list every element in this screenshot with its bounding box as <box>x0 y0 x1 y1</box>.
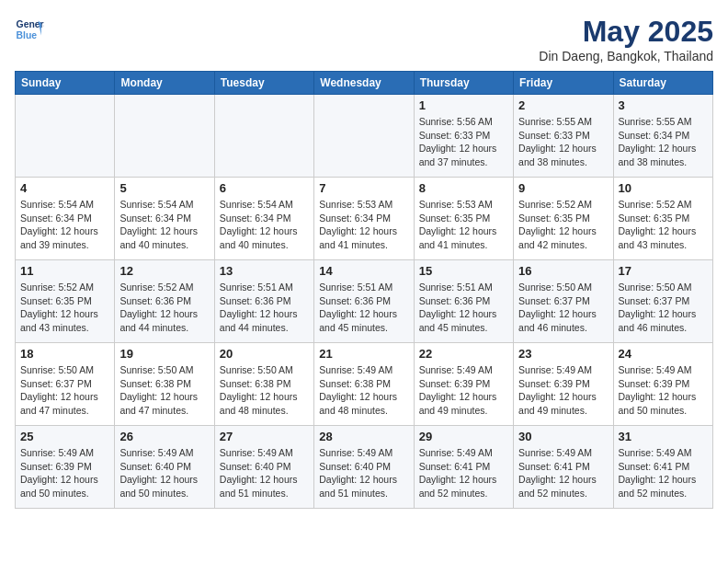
calendar-cell: 15Sunrise: 5:51 AM Sunset: 6:36 PM Dayli… <box>414 260 513 343</box>
day-info: Sunrise: 5:54 AM Sunset: 6:34 PM Dayligh… <box>220 198 309 252</box>
day-number: 29 <box>419 430 508 443</box>
day-info: Sunrise: 5:56 AM Sunset: 6:33 PM Dayligh… <box>419 115 508 169</box>
calendar-cell: 19Sunrise: 5:50 AM Sunset: 6:38 PM Dayli… <box>115 343 214 426</box>
day-info: Sunrise: 5:49 AM Sunset: 6:39 PM Dayligh… <box>20 446 109 500</box>
day-info: Sunrise: 5:55 AM Sunset: 6:34 PM Dayligh… <box>619 115 708 169</box>
calendar-week-row: 11Sunrise: 5:52 AM Sunset: 6:35 PM Dayli… <box>16 260 713 343</box>
day-number: 6 <box>220 181 309 195</box>
day-number: 13 <box>220 264 309 278</box>
day-info: Sunrise: 5:49 AM Sunset: 6:40 PM Dayligh… <box>220 446 309 500</box>
calendar-week-row: 4Sunrise: 5:54 AM Sunset: 6:34 PM Daylig… <box>16 178 713 260</box>
day-number: 25 <box>20 430 109 443</box>
calendar-cell <box>16 95 115 178</box>
calendar-cell: 26Sunrise: 5:49 AM Sunset: 6:40 PM Dayli… <box>115 426 214 509</box>
day-number: 2 <box>518 98 608 112</box>
day-number: 23 <box>518 347 608 361</box>
day-number: 18 <box>20 347 109 361</box>
day-info: Sunrise: 5:51 AM Sunset: 6:36 PM Dayligh… <box>319 281 408 335</box>
calendar-cell: 2Sunrise: 5:55 AM Sunset: 6:33 PM Daylig… <box>514 95 613 178</box>
calendar-cell: 11Sunrise: 5:52 AM Sunset: 6:35 PM Dayli… <box>16 260 115 343</box>
day-number: 19 <box>119 347 209 361</box>
day-number: 8 <box>419 181 508 195</box>
day-info: Sunrise: 5:49 AM Sunset: 6:39 PM Dayligh… <box>419 363 508 418</box>
day-info: Sunrise: 5:49 AM Sunset: 6:38 PM Dayligh… <box>319 363 408 418</box>
day-info: Sunrise: 5:53 AM Sunset: 6:34 PM Dayligh… <box>319 198 408 252</box>
calendar-cell <box>314 95 414 178</box>
day-info: Sunrise: 5:49 AM Sunset: 6:41 PM Dayligh… <box>419 446 508 500</box>
calendar-cell: 23Sunrise: 5:49 AM Sunset: 6:39 PM Dayli… <box>514 343 613 426</box>
day-number: 27 <box>220 430 309 443</box>
day-number: 7 <box>319 181 408 195</box>
day-number: 21 <box>319 347 408 361</box>
calendar-table: SundayMondayTuesdayWednesdayThursdayFrid… <box>15 71 713 509</box>
day-number: 3 <box>619 98 708 112</box>
calendar-subtitle: Din Daeng, Bangkok, Thailand <box>539 49 713 63</box>
day-info: Sunrise: 5:50 AM Sunset: 6:38 PM Dayligh… <box>119 363 209 418</box>
logo: General Blue <box>15 15 44 44</box>
day-info: Sunrise: 5:51 AM Sunset: 6:36 PM Dayligh… <box>419 281 508 335</box>
day-number: 31 <box>619 430 708 443</box>
day-info: Sunrise: 5:55 AM Sunset: 6:33 PM Dayligh… <box>518 115 608 169</box>
day-info: Sunrise: 5:52 AM Sunset: 6:35 PM Dayligh… <box>20 281 109 335</box>
day-number: 22 <box>419 347 508 361</box>
day-info: Sunrise: 5:54 AM Sunset: 6:34 PM Dayligh… <box>20 198 109 252</box>
weekday-header: Wednesday <box>314 72 414 95</box>
weekday-header: Tuesday <box>214 72 313 95</box>
day-info: Sunrise: 5:49 AM Sunset: 6:41 PM Dayligh… <box>518 446 608 500</box>
day-info: Sunrise: 5:50 AM Sunset: 6:38 PM Dayligh… <box>220 363 309 418</box>
calendar-cell: 9Sunrise: 5:52 AM Sunset: 6:35 PM Daylig… <box>514 178 613 260</box>
calendar-cell: 14Sunrise: 5:51 AM Sunset: 6:36 PM Dayli… <box>314 260 414 343</box>
calendar-cell: 17Sunrise: 5:50 AM Sunset: 6:37 PM Dayli… <box>613 260 712 343</box>
day-info: Sunrise: 5:50 AM Sunset: 6:37 PM Dayligh… <box>518 281 608 335</box>
day-info: Sunrise: 5:49 AM Sunset: 6:39 PM Dayligh… <box>518 363 608 418</box>
weekday-header: Monday <box>115 72 214 95</box>
calendar-cell: 22Sunrise: 5:49 AM Sunset: 6:39 PM Dayli… <box>414 343 513 426</box>
calendar-title: May 2025 <box>539 15 713 49</box>
calendar-cell: 3Sunrise: 5:55 AM Sunset: 6:34 PM Daylig… <box>613 95 712 178</box>
day-number: 5 <box>119 181 209 195</box>
day-number: 1 <box>419 98 508 112</box>
day-info: Sunrise: 5:51 AM Sunset: 6:36 PM Dayligh… <box>220 281 309 335</box>
day-info: Sunrise: 5:49 AM Sunset: 6:40 PM Dayligh… <box>119 446 209 500</box>
calendar-cell: 12Sunrise: 5:52 AM Sunset: 6:36 PM Dayli… <box>115 260 214 343</box>
page-header: General Blue May 2025 Din Daeng, Bangkok… <box>15 15 713 63</box>
calendar-cell: 16Sunrise: 5:50 AM Sunset: 6:37 PM Dayli… <box>514 260 613 343</box>
calendar-cell: 21Sunrise: 5:49 AM Sunset: 6:38 PM Dayli… <box>314 343 414 426</box>
day-number: 28 <box>319 430 408 443</box>
calendar-cell: 29Sunrise: 5:49 AM Sunset: 6:41 PM Dayli… <box>414 426 513 509</box>
weekday-header-row: SundayMondayTuesdayWednesdayThursdayFrid… <box>16 72 713 95</box>
day-number: 10 <box>619 181 708 195</box>
calendar-week-row: 1Sunrise: 5:56 AM Sunset: 6:33 PM Daylig… <box>16 95 713 178</box>
day-info: Sunrise: 5:53 AM Sunset: 6:35 PM Dayligh… <box>419 198 508 252</box>
calendar-cell: 6Sunrise: 5:54 AM Sunset: 6:34 PM Daylig… <box>214 178 313 260</box>
calendar-cell: 13Sunrise: 5:51 AM Sunset: 6:36 PM Dayli… <box>214 260 313 343</box>
calendar-cell <box>214 95 313 178</box>
calendar-cell: 31Sunrise: 5:49 AM Sunset: 6:41 PM Dayli… <box>613 426 712 509</box>
day-number: 26 <box>119 430 209 443</box>
day-info: Sunrise: 5:50 AM Sunset: 6:37 PM Dayligh… <box>619 281 708 335</box>
calendar-week-row: 18Sunrise: 5:50 AM Sunset: 6:37 PM Dayli… <box>16 343 713 426</box>
day-number: 16 <box>518 264 608 278</box>
day-number: 17 <box>619 264 708 278</box>
weekday-header: Thursday <box>414 72 513 95</box>
calendar-cell: 20Sunrise: 5:50 AM Sunset: 6:38 PM Dayli… <box>214 343 313 426</box>
calendar-cell: 7Sunrise: 5:53 AM Sunset: 6:34 PM Daylig… <box>314 178 414 260</box>
calendar-cell: 24Sunrise: 5:49 AM Sunset: 6:39 PM Dayli… <box>613 343 712 426</box>
calendar-cell: 30Sunrise: 5:49 AM Sunset: 6:41 PM Dayli… <box>514 426 613 509</box>
day-number: 20 <box>220 347 309 361</box>
calendar-cell: 28Sunrise: 5:49 AM Sunset: 6:40 PM Dayli… <box>314 426 414 509</box>
weekday-header: Friday <box>514 72 613 95</box>
day-info: Sunrise: 5:52 AM Sunset: 6:35 PM Dayligh… <box>518 198 608 252</box>
weekday-header: Saturday <box>613 72 712 95</box>
calendar-cell: 1Sunrise: 5:56 AM Sunset: 6:33 PM Daylig… <box>414 95 513 178</box>
day-number: 11 <box>20 264 109 278</box>
day-number: 9 <box>518 181 608 195</box>
calendar-cell: 18Sunrise: 5:50 AM Sunset: 6:37 PM Dayli… <box>16 343 115 426</box>
day-info: Sunrise: 5:52 AM Sunset: 6:35 PM Dayligh… <box>619 198 708 252</box>
logo-icon: General Blue <box>15 15 44 44</box>
calendar-cell: 4Sunrise: 5:54 AM Sunset: 6:34 PM Daylig… <box>16 178 115 260</box>
day-info: Sunrise: 5:52 AM Sunset: 6:36 PM Dayligh… <box>119 281 209 335</box>
day-number: 12 <box>119 264 209 278</box>
title-block: May 2025 Din Daeng, Bangkok, Thailand <box>539 15 713 63</box>
calendar-week-row: 25Sunrise: 5:49 AM Sunset: 6:39 PM Dayli… <box>16 426 713 509</box>
